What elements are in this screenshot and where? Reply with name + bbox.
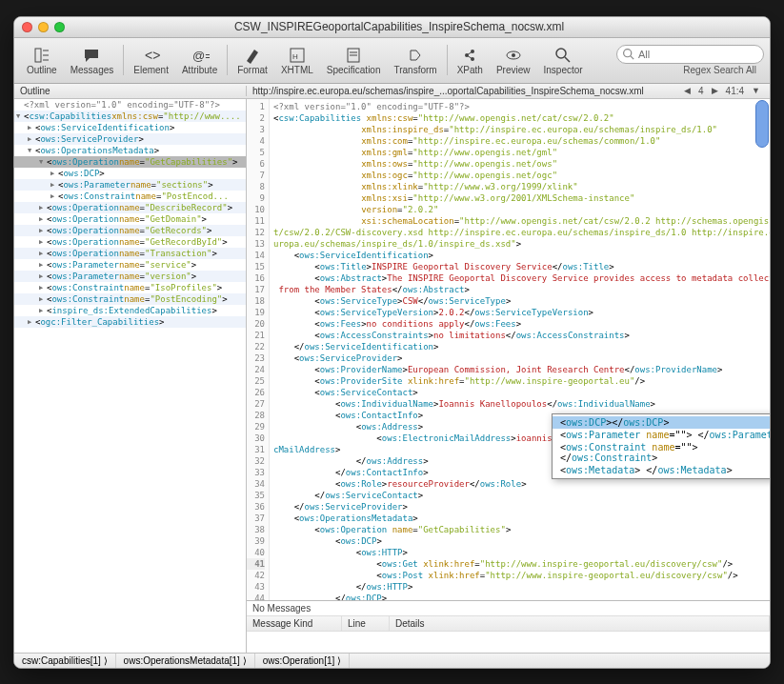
search-wrap — [616, 45, 764, 64]
close-button[interactable] — [22, 22, 32, 32]
window: CSW_INSPIREGeoportalCapabilities_Inspire… — [13, 16, 771, 669]
outline-icon — [32, 46, 51, 65]
line-gutter: 1234567891011121314151617181920212223242… — [247, 99, 270, 600]
nav-down-icon[interactable]: ▼ — [752, 86, 760, 95]
svg-line-19 — [565, 57, 570, 62]
outline-row[interactable]: ▶<ows:ServiceIdentification> — [14, 122, 246, 133]
messages-body[interactable] — [247, 632, 770, 653]
outline-row[interactable]: ▶<ows:Parameter name="service"> — [14, 259, 246, 271]
outline-row[interactable]: ▶<ogc:Filter_Capabilities> — [14, 316, 246, 328]
toolbar: OutlineMessages<>Element@=AttributeForma… — [14, 38, 770, 84]
outline-row[interactable]: ▶<ows:Operation name="GetDomain"> — [14, 213, 246, 225]
element-icon: <> — [142, 46, 161, 65]
outline-row[interactable]: ▼<csw:Capabilities xmlns:csw="http://www… — [14, 111, 246, 122]
svg-text:<>: <> — [145, 48, 160, 63]
outline-row[interactable]: ▶<ows:ServiceProvider> — [14, 133, 246, 145]
outline-row[interactable]: ▶<ows:Constraint name="PostEncod... — [14, 191, 246, 202]
col-line[interactable]: Line — [342, 616, 390, 631]
breadcrumb-bar: csw:Capabilities[1] ⟩ows:OperationsMetad… — [14, 653, 770, 668]
search-icon — [622, 48, 634, 60]
outline-row[interactable]: ▶<ows:Operation name="GetRecords"> — [14, 225, 246, 236]
regex-label: Regex Search All — [616, 65, 756, 75]
autocomplete-item[interactable]: <ows:Constraint name=""> </ows:Constrain… — [553, 441, 770, 464]
location-bar: Outline http://inspire.ec.europa.eu/sche… — [14, 84, 770, 99]
svg-text:@=: @= — [192, 49, 210, 63]
vertical-scrollbar[interactable] — [755, 100, 769, 148]
outline-row[interactable]: ▼<ows:OperationsMetadata> — [14, 145, 246, 156]
outline-row[interactable]: ▶<ows:DCP> — [14, 168, 246, 179]
nav-next-icon[interactable]: ▶ — [712, 86, 718, 95]
outline-row[interactable]: ▶<ows:Constraint name="IsoProfiles"> — [14, 282, 246, 293]
autocomplete-item[interactable]: <ows:Metadata> </ows:Metadata> — [553, 464, 770, 476]
autocomplete-item[interactable]: <ows:DCP></ows:DCP> — [553, 416, 770, 429]
toolbar-xhtml[interactable]: HXHTML — [274, 46, 320, 75]
outline-panel[interactable]: <?xml version="1.0" encoding="UTF-8"?>▼<… — [14, 99, 247, 653]
cursor-position: ◀ 4 ▶ 41:4 ▼ — [674, 86, 770, 96]
titlebar[interactable]: CSW_INSPIREGeoportalCapabilities_Inspire… — [14, 17, 770, 38]
breadcrumb-item[interactable]: ows:Operation[1] ⟩ — [255, 654, 350, 668]
outline-row[interactable]: ▶<ows:Operation name="Transaction"> — [14, 248, 246, 259]
messages-icon — [82, 46, 101, 65]
outline-row[interactable]: ▼<ows:Operation name="GetCapabilities"> — [14, 156, 246, 168]
toolbar-specification[interactable]: Specification — [320, 46, 388, 75]
breadcrumb-item[interactable]: csw:Capabilities[1] ⟩ — [14, 654, 116, 668]
outline-row[interactable]: ▶<ows:Operation name="GetRecordById"> — [14, 236, 246, 248]
toolbar-element[interactable]: <>Element — [127, 46, 175, 75]
attribute-icon: @= — [191, 46, 210, 65]
svg-line-21 — [631, 56, 633, 59]
outline-row[interactable]: ▶<ows:Constraint name="PostEncoding"> — [14, 293, 246, 305]
autocomplete-item[interactable]: <ows:Parameter name=""> </ows:Parameter> — [553, 429, 770, 441]
breadcrumb-item[interactable]: ows:OperationsMetadata[1] ⟩ — [116, 654, 255, 668]
svg-rect-0 — [35, 49, 41, 62]
svg-point-17 — [512, 53, 515, 57]
svg-line-15 — [467, 55, 472, 59]
window-title: CSW_INSPIREGeoportalCapabilities_Inspire… — [36, 20, 762, 33]
code-area[interactable]: 1234567891011121314151617181920212223242… — [247, 99, 770, 600]
nav-prev-icon[interactable]: ◀ — [684, 86, 691, 95]
outline-row[interactable]: ▶<ows:Parameter name="version"> — [14, 271, 246, 282]
code-text[interactable]: <?xml version="1.0" encoding="UTF-8"?><c… — [270, 99, 770, 600]
col-kind[interactable]: Message Kind — [247, 616, 342, 631]
messages-header: Message Kind Line Details — [247, 616, 770, 632]
outline-row[interactable]: ▶<ows:Parameter name="sections"> — [14, 179, 246, 191]
toolbar-outline[interactable]: Outline — [20, 46, 64, 75]
toolbar-preview[interactable]: Preview — [490, 46, 537, 75]
xhtml-icon: H — [288, 46, 307, 65]
editor-panel: 1234567891011121314151617181920212223242… — [247, 99, 770, 653]
content-area: <?xml version="1.0" encoding="UTF-8"?>▼<… — [14, 99, 770, 653]
outline-header: Outline — [14, 86, 247, 96]
document-url[interactable]: http://inspire.ec.europa.eu/schemas/insp… — [247, 86, 674, 96]
specification-icon — [344, 46, 363, 65]
toolbar-transform[interactable]: Transform — [387, 46, 443, 75]
svg-line-14 — [467, 51, 472, 55]
preview-icon — [504, 46, 523, 65]
svg-point-20 — [624, 50, 632, 57]
outline-row[interactable]: ▶<ows:Operation name="DescribeRecord"> — [14, 202, 246, 213]
outline-row[interactable]: ▶<inspire_ds:ExtendedCapabilities> — [14, 305, 246, 316]
toolbar-messages[interactable]: Messages — [64, 46, 121, 75]
messages-panel: No Messages Message Kind Line Details — [247, 600, 770, 653]
search-input[interactable] — [616, 45, 764, 64]
no-messages-label: No Messages — [247, 601, 770, 616]
format-icon — [243, 46, 262, 65]
svg-text:H: H — [292, 52, 298, 61]
toolbar-attribute[interactable]: @=Attribute — [175, 46, 224, 75]
transform-icon — [406, 46, 425, 65]
col-details[interactable]: Details — [390, 616, 770, 631]
autocomplete-popup[interactable]: <ows:DCP></ows:DCP><ows:Parameter name="… — [552, 413, 770, 479]
svg-point-18 — [556, 49, 566, 58]
xpath-icon — [460, 46, 479, 65]
toolbar-xpath[interactable]: XPath — [451, 46, 490, 75]
toolbar-format[interactable]: Format — [231, 46, 274, 75]
toolbar-inspector[interactable]: Inspector — [537, 46, 590, 75]
inspector-icon — [553, 46, 573, 65]
outline-row[interactable]: <?xml version="1.0" encoding="UTF-8"?> — [14, 99, 246, 111]
